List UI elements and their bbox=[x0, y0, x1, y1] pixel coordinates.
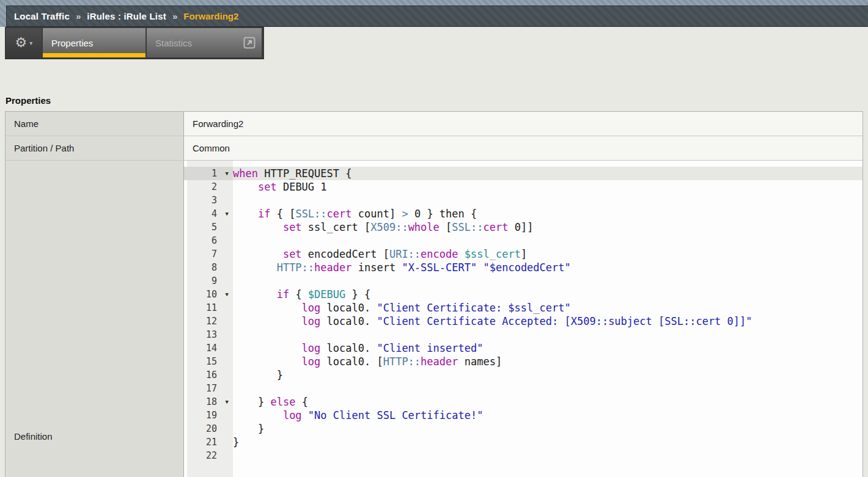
line-number: 9 bbox=[184, 274, 233, 288]
line-number: 13 bbox=[184, 328, 233, 341]
tab-statistics[interactable]: Statistics bbox=[147, 28, 262, 57]
line-number: 1▼ bbox=[184, 167, 233, 180]
code-line-text: when HTTP_REQUEST { bbox=[233, 167, 862, 180]
fold-arrow-icon[interactable]: ▼ bbox=[226, 288, 229, 301]
tab-bar: ⚙ ▾ Properties Statistics bbox=[5, 27, 264, 59]
line-number: 15 bbox=[184, 355, 233, 368]
chevron-down-icon: ▾ bbox=[29, 40, 32, 46]
breadcrumb-item-irule-list[interactable]: iRules : iRule List bbox=[87, 11, 166, 21]
editor-line[interactable]: 3 bbox=[184, 194, 862, 207]
code-line-text bbox=[233, 449, 862, 462]
line-number: 16 bbox=[184, 368, 233, 382]
code-line-text bbox=[233, 234, 862, 247]
irule-properties-page: Local Traffic » iRules : iRule List » Fo… bbox=[0, 0, 868, 477]
code-line-text: log "No Client SSL Certificate!" bbox=[233, 409, 862, 422]
code-line-text: set encodedCert [URI::encode $ssl_cert] bbox=[233, 247, 862, 261]
editor-line[interactable]: 22 bbox=[184, 449, 862, 462]
breadcrumb: Local Traffic » iRules : iRule List » Fo… bbox=[6, 5, 868, 27]
header-strip: Local Traffic » iRules : iRule List » Fo… bbox=[0, 0, 868, 27]
editor-line[interactable]: 5 set ssl_cert [X509::whole [SSL::cert 0… bbox=[184, 220, 862, 234]
code-line-text: if { $DEBUG } { bbox=[233, 288, 862, 301]
editor-line[interactable]: 21} bbox=[184, 435, 862, 449]
tab-properties[interactable]: Properties bbox=[43, 28, 145, 57]
external-link-icon bbox=[243, 37, 256, 51]
definition-label: Definition bbox=[6, 161, 184, 477]
partition-path-label: Partition / Path bbox=[6, 136, 184, 160]
code-line-text: log local0. "Client Certificate: $ssl_ce… bbox=[233, 301, 862, 315]
editor-line[interactable]: 8 HTTP::header insert "X-SSL-CERT" "$enc… bbox=[184, 261, 862, 274]
table-row: Name Forwarding2 bbox=[6, 112, 862, 136]
editor-line[interactable]: 14 log local0. "Client inserted" bbox=[184, 341, 862, 355]
line-number: 3 bbox=[184, 194, 233, 207]
code-line-text: log local0. "Client Certificate Accepted… bbox=[233, 315, 862, 328]
code-line-text: } bbox=[233, 368, 862, 382]
tab-statistics-label: Statistics bbox=[155, 38, 192, 48]
editor-line[interactable]: 12 log local0. "Client Certificate Accep… bbox=[184, 315, 862, 328]
editor-line[interactable]: 16 } bbox=[184, 368, 862, 382]
editor-line[interactable]: 13 bbox=[184, 328, 862, 341]
line-number: 7 bbox=[184, 247, 233, 261]
table-row: Definition 1▼when HTTP_REQUEST {2 set DE… bbox=[6, 161, 862, 477]
line-number: 8 bbox=[184, 261, 233, 274]
gear-icon: ⚙ bbox=[15, 36, 28, 49]
line-number: 12 bbox=[184, 315, 233, 328]
line-number: 6 bbox=[184, 234, 233, 247]
line-number: 10▼ bbox=[184, 288, 233, 301]
tab-properties-label: Properties bbox=[51, 38, 93, 48]
code-line-text: HTTP::header insert "X-SSL-CERT" "$encod… bbox=[233, 261, 862, 274]
code-line-text bbox=[233, 382, 862, 395]
properties-table: Name Forwarding2 Partition / Path Common… bbox=[5, 111, 863, 477]
breadcrumb-item-local-traffic[interactable]: Local Traffic bbox=[14, 11, 70, 21]
line-number: 22 bbox=[184, 449, 233, 462]
line-number: 11 bbox=[184, 301, 233, 315]
name-label: Name bbox=[6, 112, 184, 136]
code-editor[interactable]: 1▼when HTTP_REQUEST {2 set DEBUG 134▼ if… bbox=[184, 161, 862, 477]
table-row: Partition / Path Common bbox=[6, 136, 862, 161]
fold-arrow-icon[interactable]: ▼ bbox=[226, 167, 229, 180]
breadcrumb-separator-icon: » bbox=[172, 11, 177, 21]
editor-line[interactable]: 2 set DEBUG 1 bbox=[184, 180, 862, 194]
gear-menu-button[interactable]: ⚙ ▾ bbox=[6, 28, 42, 57]
editor-line[interactable]: 11 log local0. "Client Certificate: $ssl… bbox=[184, 301, 862, 315]
fold-arrow-icon[interactable]: ▼ bbox=[226, 207, 229, 220]
code-line-text: } bbox=[233, 435, 862, 449]
editor-line[interactable]: 10▼ if { $DEBUG } { bbox=[184, 288, 862, 301]
editor-line[interactable]: 15 log local0. [HTTP::header names] bbox=[184, 355, 862, 368]
partition-path-value: Common bbox=[184, 136, 862, 160]
editor-line[interactable]: 20 } bbox=[184, 422, 862, 435]
code-line-text: } bbox=[233, 422, 862, 435]
code-line-text: log local0. "Client inserted" bbox=[233, 341, 862, 355]
editor-line[interactable]: 17 bbox=[184, 382, 862, 395]
line-number: 4▼ bbox=[184, 207, 233, 220]
editor-line[interactable]: 9 bbox=[184, 274, 862, 288]
editor-line[interactable]: 6 bbox=[184, 234, 862, 247]
line-number: 5 bbox=[184, 220, 233, 234]
code-line-text bbox=[233, 328, 862, 341]
editor-line[interactable]: 7 set encodedCert [URI::encode $ssl_cert… bbox=[184, 247, 862, 261]
editor-line[interactable]: 1▼when HTTP_REQUEST { bbox=[184, 167, 862, 180]
editor-line[interactable]: 18▼ } else { bbox=[184, 395, 862, 409]
code-editor-lines: 1▼when HTTP_REQUEST {2 set DEBUG 134▼ if… bbox=[184, 167, 862, 462]
breadcrumb-item-current: Forwarding2 bbox=[183, 11, 238, 21]
line-number: 2 bbox=[184, 180, 233, 194]
page-title: Properties bbox=[6, 95, 51, 106]
code-line-text: } else { bbox=[233, 395, 862, 409]
code-line-text bbox=[233, 274, 862, 288]
line-number: 18▼ bbox=[184, 395, 233, 409]
editor-line[interactable]: 4▼ if { [SSL::cert count] > 0 } then { bbox=[184, 207, 862, 220]
code-line-text: set ssl_cert [X509::whole [SSL::cert 0]] bbox=[233, 220, 862, 234]
fold-arrow-icon[interactable]: ▼ bbox=[226, 395, 229, 409]
line-number: 17 bbox=[184, 382, 233, 395]
code-line-text: set DEBUG 1 bbox=[233, 180, 862, 194]
editor-line[interactable]: 19 log "No Client SSL Certificate!" bbox=[184, 409, 862, 422]
name-value: Forwarding2 bbox=[184, 112, 862, 136]
line-number: 21 bbox=[184, 435, 233, 449]
code-line-text: log local0. [HTTP::header names] bbox=[233, 355, 862, 368]
code-line-text bbox=[233, 194, 862, 207]
code-line-text: if { [SSL::cert count] > 0 } then { bbox=[233, 207, 862, 220]
line-number: 20 bbox=[184, 422, 233, 435]
definition-value: 1▼when HTTP_REQUEST {2 set DEBUG 134▼ if… bbox=[184, 161, 862, 477]
breadcrumb-separator-icon: » bbox=[76, 11, 81, 21]
line-number: 19 bbox=[184, 409, 233, 422]
line-number: 14 bbox=[184, 341, 233, 355]
